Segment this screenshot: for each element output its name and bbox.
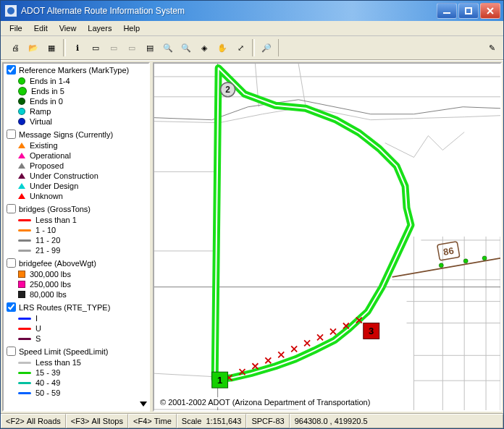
legend-title: bridgefee (AboveWgt) [19, 259, 96, 268]
legend-title: Message Signs (Currently) [19, 130, 113, 139]
legend-item: 50 - 59 [18, 388, 146, 398]
legend-item-label: 15 - 39 [35, 368, 60, 378]
legend-swatch-icon [18, 118, 25, 125]
map-copyright: © 2001-2002 ADOT (Arizona Department of … [159, 397, 371, 407]
edit-toggle-button[interactable]: ✎ [483, 39, 500, 56]
menu-layers[interactable]: Layers [82, 22, 117, 34]
status-f4[interactable]: <F4> Time [128, 414, 177, 428]
legend-toggle-speed[interactable] [7, 347, 16, 356]
legend-item-label: Under Design [30, 181, 78, 191]
legend-group-speed: Speed Limit (SpeedLimit)Less than 1515 -… [7, 347, 146, 398]
svg-marker-4 [140, 402, 147, 407]
svg-text:1: 1 [217, 375, 222, 386]
status-crs: SPCF-83 [246, 414, 289, 428]
legend-item: Less than 1 [18, 215, 146, 225]
zoom-extent-button[interactable]: ⤢ [232, 39, 249, 56]
print-button[interactable]: 🖨 [7, 39, 24, 56]
waypoint-1[interactable]: 1 [212, 372, 228, 388]
status-f2[interactable]: <F2> All Roads [1, 414, 66, 428]
maximize-button[interactable] [458, 3, 479, 19]
legend-item-label: Less than 1 [35, 215, 77, 225]
legend-item: 40 - 49 [18, 378, 146, 388]
status-f3[interactable]: <F3> All Stops [66, 414, 128, 428]
find-button[interactable]: 🔎 [258, 39, 275, 56]
svg-text:86: 86 [442, 245, 455, 258]
legend-group-bridges: bridges (GrossTons)Less than 11 - 1011 -… [7, 204, 146, 255]
legend-item-label: Ends in 0 [30, 96, 63, 106]
legend-title: LRS Routes (RTE_TYPE) [19, 303, 110, 312]
status-scale: Scale 1:151,643 [177, 414, 247, 428]
map-canvas[interactable]: 86 [153, 62, 502, 412]
menu-help[interactable]: Help [117, 22, 146, 34]
legend-swatch-icon [18, 382, 31, 384]
f2-label: All Roads [27, 417, 61, 425]
zoom-area-button[interactable]: 🔍 [159, 39, 177, 56]
legend-item: Ends in 1-4 [18, 76, 146, 86]
legend-item: Ends in 0 [18, 96, 146, 106]
legend-item: Virtual [18, 116, 146, 127]
window-buttons [437, 3, 500, 19]
minimize-button[interactable] [437, 3, 457, 19]
legend-item-label: Operational [30, 150, 71, 161]
svg-rect-3 [466, 8, 471, 14]
menu-file[interactable]: File [4, 22, 28, 34]
legend-toggle-bridgefee[interactable] [7, 258, 16, 268]
legend-item-label: Virtual [30, 116, 52, 127]
legend-item: 1 - 10 [18, 225, 146, 235]
svg-point-7 [439, 263, 443, 268]
legend-swatch-icon [18, 250, 31, 252]
legend-group-lrs: LRS Routes (RTE_TYPE)IUS [7, 302, 146, 344]
svg-rect-2 [443, 12, 450, 14]
statusbar: <F2> All Roads <F3> All Stops <F4> Time … [1, 413, 503, 428]
legend-item-label: I [35, 313, 38, 323]
legend-item: I [18, 313, 146, 323]
legend-item: Existing [18, 140, 146, 150]
waypoint-2[interactable]: 2 [221, 82, 235, 97]
menu-view[interactable]: View [54, 22, 83, 34]
legend-toggle-bridges[interactable] [7, 204, 16, 213]
legend-item-label: Ends in 1-4 [30, 76, 70, 86]
menu-edit[interactable]: Edit [28, 22, 54, 34]
legend-item: Under Design [18, 181, 146, 191]
legend-toggle-msgsigns[interactable] [7, 129, 16, 139]
legend-item-label: Proposed [30, 161, 64, 171]
status-coords: 964308.0 , 419920.5 [290, 414, 503, 428]
legend-item: 300,000 lbs [18, 269, 146, 279]
close-button[interactable] [480, 3, 500, 19]
layers-button[interactable]: ▤ [141, 39, 159, 56]
legend-title: Speed Limit (SpeedLimit) [19, 347, 109, 356]
legend-swatch-icon [18, 108, 25, 115]
measure-button[interactable]: ▭ [87, 39, 104, 56]
zoom-in-button[interactable]: 🔍 [177, 39, 195, 56]
legend-swatch-icon [18, 338, 31, 340]
pan-button[interactable]: ✋ [214, 39, 231, 56]
app-window: ADOT Alternate Route Information System … [0, 0, 504, 429]
legend-toggle-refmark[interactable] [7, 65, 16, 75]
legend-toggle-lrs[interactable] [7, 302, 16, 312]
legend-swatch-icon [18, 98, 25, 105]
info-button[interactable]: ℹ [69, 39, 86, 56]
legend-swatch-icon [18, 362, 31, 364]
legend-swatch-icon [18, 153, 25, 158]
legend-swatch-icon [18, 87, 27, 95]
legend-item: 21 - 99 [18, 245, 146, 255]
legend-swatch-icon [18, 372, 31, 374]
legend-item: Proposed [18, 161, 146, 171]
legend-item-label: Under Construction [30, 171, 98, 181]
open-button[interactable]: 📂 [25, 39, 42, 56]
legend-item: Unknown [18, 191, 146, 201]
legend-item-label: 80,000 lbs [30, 289, 67, 300]
legend-swatch-icon [18, 219, 31, 221]
zoom-out-button[interactable]: ◈ [196, 39, 213, 56]
scroll-down-icon[interactable] [140, 400, 147, 409]
toggle-b-button: ▭ [123, 39, 140, 56]
legend-panel[interactable]: Reference Markers (MarkType)Ends in 1-4E… [2, 62, 150, 412]
legend-swatch-icon [18, 392, 31, 394]
toggle-a-button: ▭ [105, 39, 122, 56]
legend-item: Under Construction [18, 171, 146, 181]
legend-item-label: 300,000 lbs [30, 269, 71, 279]
legend-item-label: Ends in 5 [31, 86, 64, 96]
new-layer-button[interactable]: ▦ [43, 39, 60, 56]
legend-item-label: Existing [30, 140, 58, 150]
waypoint-3[interactable]: 3 [364, 323, 379, 339]
